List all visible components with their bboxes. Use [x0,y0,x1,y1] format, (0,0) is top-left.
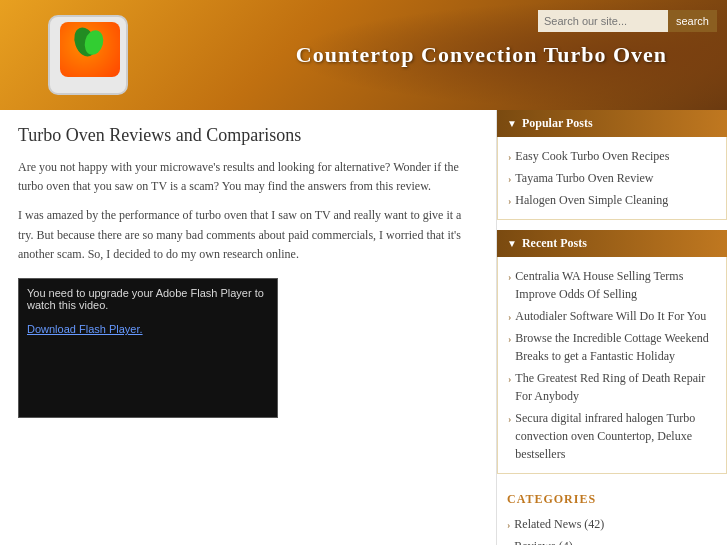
bullet-icon: › [508,371,511,386]
list-item[interactable]: › Autodialer Software Will Do It For You [508,305,716,327]
popular-post-link-3[interactable]: Halogen Oven Simple Cleaning [515,191,668,209]
list-item[interactable]: › Browse the Incredible Cottage Weekend … [508,327,716,367]
popular-post-link-2[interactable]: Tayama Turbo Oven Review [515,169,653,187]
list-item[interactable]: › Easy Cook Turbo Oven Recipes [508,145,716,167]
bullet-icon: › [507,517,510,532]
popular-posts-arrow-icon: ▼ [507,118,517,129]
bullet-icon: › [508,331,511,346]
header: search Countertop Convection Turbo Oven [0,0,727,110]
popular-posts-label: Popular Posts [522,116,593,131]
list-item[interactable]: › Secura digital infrared halogen Turbo … [508,407,716,465]
recent-post-link-1[interactable]: Centralia WA House Selling Terms Improve… [515,267,716,303]
header-oven-image [40,5,135,105]
categories-title: CATEGORIES [507,492,717,507]
bullet-icon: › [508,411,511,426]
popular-posts-header: ▼ Popular Posts [497,110,727,137]
category-link-1[interactable]: Related News (42) [514,515,604,533]
bullet-icon: › [508,171,511,186]
search-button[interactable]: search [668,10,717,32]
bullet-icon: › [507,539,510,545]
list-item[interactable]: › Halogen Oven Simple Cleaning [508,189,716,211]
paragraph-2: I was amazed by the performance of turbo… [18,206,478,264]
list-item[interactable]: › Centralia WA House Selling Terms Impro… [508,265,716,305]
bullet-icon: › [508,149,511,164]
recent-posts-label: Recent Posts [522,236,587,251]
list-item[interactable]: › Related News (42) [507,513,717,535]
content-wrapper: Turbo Oven Reviews and Comparisons Are y… [0,110,727,545]
list-item[interactable]: › The Greatest Red Ring of Death Repair … [508,367,716,407]
bullet-icon: › [508,193,511,208]
recent-posts-list: › Centralia WA House Selling Terms Impro… [497,257,727,474]
search-input[interactable] [538,10,668,32]
site-title: Countertop Convection Turbo Oven [296,42,667,68]
bullet-icon: › [508,269,511,284]
list-item[interactable]: › Tayama Turbo Oven Review [508,167,716,189]
recent-post-link-2[interactable]: Autodialer Software Will Do It For You [515,307,706,325]
recent-post-link-3[interactable]: Browse the Incredible Cottage Weekend Br… [515,329,716,365]
popular-posts-section: ▼ Popular Posts › Easy Cook Turbo Oven R… [497,110,727,220]
popular-posts-list: › Easy Cook Turbo Oven Recipes › Tayama … [497,137,727,220]
main-content: Turbo Oven Reviews and Comparisons Are y… [0,110,497,545]
recent-posts-section: ▼ Recent Posts › Centralia WA House Sell… [497,230,727,474]
sidebar: ▼ Popular Posts › Easy Cook Turbo Oven R… [497,110,727,545]
recent-posts-arrow-icon: ▼ [507,238,517,249]
category-link-2[interactable]: Reviews (4) [514,537,572,545]
bullet-icon: › [508,309,511,324]
flash-message: You need to upgrade your Adobe Flash Pla… [27,287,264,311]
recent-post-link-4[interactable]: The Greatest Red Ring of Death Repair Fo… [515,369,716,405]
page-title: Turbo Oven Reviews and Comparisons [18,125,478,146]
recent-posts-header: ▼ Recent Posts [497,230,727,257]
search-bar[interactable]: search [538,10,717,32]
categories-section: CATEGORIES › Related News (42) › Reviews… [497,484,727,545]
list-item[interactable]: › Reviews (4) [507,535,717,545]
paragraph-1: Are you not happy with your microwave's … [18,158,478,196]
popular-post-link-1[interactable]: Easy Cook Turbo Oven Recipes [515,147,669,165]
recent-post-link-5[interactable]: Secura digital infrared halogen Turbo co… [515,409,716,463]
flash-player-box: You need to upgrade your Adobe Flash Pla… [18,278,278,418]
flash-download-link[interactable]: Download Flash Player. [27,323,143,335]
